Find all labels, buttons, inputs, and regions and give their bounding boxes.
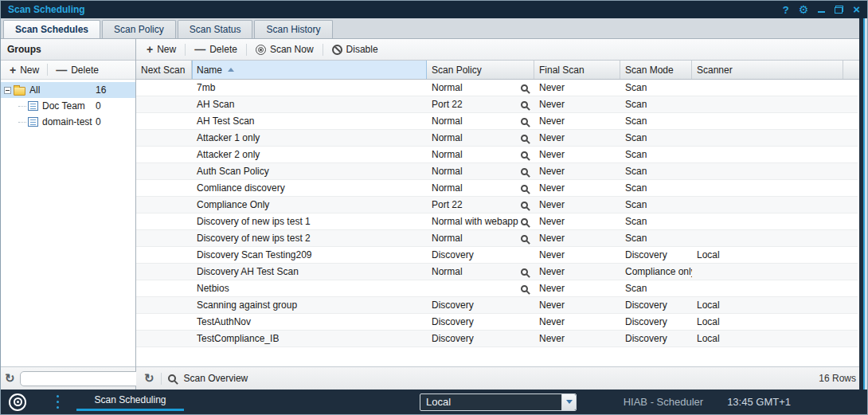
search-icon[interactable] xyxy=(168,374,176,382)
cell-name: Comliance discovery xyxy=(192,182,427,194)
cell-scan-mode: Scan xyxy=(620,115,692,127)
toolbar-separator xyxy=(47,64,48,76)
table-row[interactable]: Comliance discovery Normal Never Scan xyxy=(136,180,858,197)
new-schedule-button[interactable]: + New xyxy=(143,42,180,57)
column-header-scan-mode[interactable]: Scan Mode xyxy=(620,61,692,79)
scanner-select[interactable]: Local xyxy=(420,393,577,411)
group-filter-input[interactable] xyxy=(20,371,144,386)
group-list-icon xyxy=(28,117,38,127)
help-icon[interactable]: ? xyxy=(783,4,789,16)
policy-magnifier-icon[interactable] xyxy=(521,84,528,92)
table-row[interactable]: Discovery Scan Testing209 Discovery Neve… xyxy=(136,247,858,264)
group-tree-item[interactable]: Doc Team 0 xyxy=(1,98,135,114)
groups-new-label: New xyxy=(20,65,39,76)
cell-scan-mode: Scan xyxy=(620,132,692,143)
refresh-icon[interactable]: ↻ xyxy=(144,373,154,384)
minimize-icon[interactable] xyxy=(818,6,825,13)
cell-final-scan: Never xyxy=(534,266,620,277)
policy-magnifier-icon[interactable] xyxy=(521,268,528,276)
tree-connector xyxy=(18,122,26,123)
restore-icon[interactable] xyxy=(835,6,843,14)
disable-button[interactable]: Disable xyxy=(328,42,382,57)
column-header-next-scan[interactable]: Next Scan xyxy=(136,61,192,79)
cell-scan-policy: Discovery xyxy=(427,316,534,327)
cell-final-scan: Never xyxy=(534,300,620,311)
table-row[interactable]: Attacker 1 only Normal Never Scan xyxy=(136,130,858,147)
table-row[interactable]: AH Test Scan Normal Never Scan xyxy=(136,113,858,130)
cell-final-scan: Never xyxy=(534,182,620,194)
table-row[interactable]: Auth Scan Policy Normal Never Scan xyxy=(136,163,858,180)
policy-magnifier-icon[interactable] xyxy=(521,118,528,125)
tab-scan-status[interactable]: Scan Status xyxy=(178,20,253,38)
table-row[interactable]: Discovery AH Test Scan Normal Never Comp… xyxy=(136,264,858,280)
delete-schedule-button[interactable]: — Delete xyxy=(190,42,241,57)
collapse-icon[interactable] xyxy=(4,87,11,94)
cell-scan-mode: Discovery xyxy=(620,333,692,344)
table-row[interactable]: AH Scan Port 22 Never Scan xyxy=(136,96,858,113)
group-label: domain-test xyxy=(42,116,92,127)
app-label: HIAB - Scheduler xyxy=(624,396,703,408)
cell-scan-mode: Scan xyxy=(620,199,692,210)
policy-magnifier-icon[interactable] xyxy=(521,185,528,192)
dropdown-button[interactable] xyxy=(561,394,576,410)
policy-magnifier-icon[interactable] xyxy=(521,235,528,242)
cell-scan-mode: Compliance only xyxy=(620,266,692,277)
chevron-down-icon xyxy=(566,400,573,404)
policy-magnifier-icon[interactable] xyxy=(521,202,528,209)
column-header-name[interactable]: Name xyxy=(192,61,427,79)
group-tree-item[interactable]: All 16 xyxy=(1,82,135,98)
table-row[interactable]: Attacker 2 only Normal Never Scan xyxy=(136,147,858,163)
policy-magnifier-icon[interactable] xyxy=(521,151,528,159)
table-row[interactable]: Discovery of new ips test 1 Normal with … xyxy=(136,213,858,230)
table-row[interactable]: 7mb Normal Never Scan xyxy=(136,80,858,96)
table-row[interactable]: Discovery of new ips test 2 Normal Never… xyxy=(136,230,858,247)
table-row[interactable]: Scanning against group Discovery Never D… xyxy=(136,297,858,314)
policy-magnifier-icon[interactable] xyxy=(521,168,528,175)
task-label: Scan Scheduling xyxy=(88,393,172,407)
cell-scan-policy: Normal xyxy=(427,266,534,277)
scan-now-button[interactable]: Scan Now xyxy=(252,42,318,57)
policy-magnifier-icon[interactable] xyxy=(521,101,528,108)
outpost-logo-icon[interactable] xyxy=(9,393,26,411)
column-header-final-scan[interactable]: Final Scan xyxy=(534,61,620,79)
gear-icon[interactable]: ⚙ xyxy=(799,4,809,15)
table-row[interactable]: TestCompliance_IB Discovery Never Discov… xyxy=(136,331,858,347)
policy-magnifier-icon[interactable] xyxy=(521,218,528,225)
cell-final-scan: Never xyxy=(534,99,620,110)
table-rows: 7mb Normal Never Scan AH Scan Port 22 Ne… xyxy=(136,80,858,347)
cell-name: TestAuthNov xyxy=(192,316,427,327)
policy-magnifier-icon[interactable] xyxy=(521,135,528,142)
cell-scan-policy: Normal xyxy=(427,182,534,194)
table-row[interactable]: Netbios Never Scan xyxy=(136,280,858,297)
cell-final-scan: Never xyxy=(534,115,620,127)
tab-scan-schedules[interactable]: Scan Schedules xyxy=(3,20,100,38)
table-row[interactable]: TestAuthNov Discovery Never Discovery Lo… xyxy=(136,314,858,331)
disable-label: Disable xyxy=(346,44,378,55)
refresh-icon[interactable]: ↻ xyxy=(5,373,15,384)
taskbar-item-scan-scheduling[interactable]: Scan Scheduling xyxy=(76,393,184,411)
group-tree-item[interactable]: domain-test 0 xyxy=(1,114,135,130)
cell-name: Compliance Only xyxy=(192,199,427,210)
tab-scan-history[interactable]: Scan History xyxy=(254,20,332,38)
column-header-scan-policy[interactable]: Scan Policy xyxy=(427,61,534,79)
groups-delete-button[interactable]: — Delete xyxy=(52,63,103,77)
scan-policy-value: Normal xyxy=(432,132,463,143)
group-count: 16 xyxy=(96,84,132,96)
tab-scan-policy[interactable]: Scan Policy xyxy=(102,20,176,38)
groups-new-button[interactable]: + New xyxy=(6,63,43,77)
groups-header: Groups xyxy=(1,39,135,61)
cell-name: AH Test Scan xyxy=(192,115,427,127)
close-icon[interactable]: × xyxy=(853,5,860,14)
cell-final-scan: Never xyxy=(534,233,620,244)
policy-magnifier-icon[interactable] xyxy=(521,285,528,292)
scan-policy-value: Normal xyxy=(432,166,463,177)
cell-scan-policy: Normal xyxy=(427,233,534,244)
table-row[interactable]: Compliance Only Port 22 Never Scan xyxy=(136,197,858,213)
footer-taskbar: Scan Scheduling Local HIAB - Scheduler 1… xyxy=(1,390,867,414)
taskbar-handle-icon[interactable] xyxy=(57,395,59,409)
cell-final-scan: Never xyxy=(534,199,620,210)
column-header-scanner[interactable]: Scanner xyxy=(692,61,843,79)
active-task-underline xyxy=(76,409,184,411)
minus-icon: — xyxy=(194,45,205,53)
scan-policy-value: Normal xyxy=(432,82,463,93)
